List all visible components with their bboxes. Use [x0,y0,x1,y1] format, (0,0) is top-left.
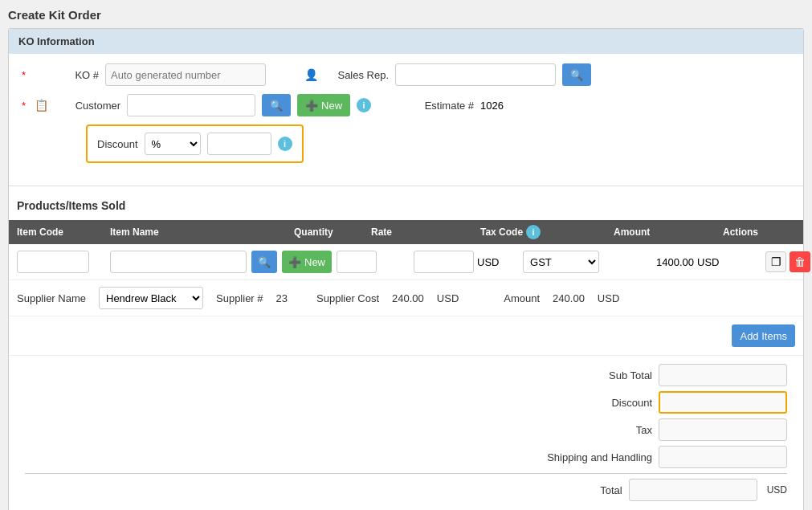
ko-info-section-header: KO Information [9,29,803,54]
supplier-number-value: 23 [276,292,288,304]
shipping-input[interactable]: 0.00 [659,446,787,468]
totals-divider [25,473,787,474]
discount-total-row: Discount 175.00 [25,391,787,414]
section-divider [9,186,803,186]
supplier-name-label: Supplier Name [17,292,86,304]
customer-input[interactable]: Angelina Jose [127,94,255,116]
item-code-cell: 3214 [17,251,105,273]
tax-code-select[interactable]: GST [523,251,599,273]
subtotal-label: Sub Total [524,369,652,381]
supplier-amount-currency: USD [598,292,619,304]
discount-value-input[interactable]: 12.50 [207,133,271,155]
discount-label: Discount [97,138,138,150]
estimate-label: Estimate # [410,100,474,112]
customer-new-button[interactable]: ➕ New [297,94,350,116]
main-card: KO Information * KO # 👤 Sales Rep. Jessi… [8,28,804,510]
amount-cell: 1400.00 USD [656,256,761,268]
supplier-amount-label: Amount [504,292,540,304]
quantity-cell: 1 [337,251,409,273]
subtotal-input[interactable]: 1400.00 [659,364,787,386]
customer-required-marker: * [22,100,26,112]
add-items-button[interactable]: Add Items [732,324,795,347]
sales-rep-icon: 👤 [304,68,318,81]
rate-cell: 1400.00 USD [414,251,518,273]
customer-search-button[interactable]: 🔍 [262,94,291,116]
item-new-label: New [304,256,325,268]
item-name-cell: HCL Computer 🔍 ➕ New [110,251,332,273]
customer-estimate-row: * 📋 Customer Angelina Jose 🔍 ➕ New i Est… [22,94,790,116]
supplier-row: Supplier Name Hendrew Black Supplier # 2… [9,280,803,316]
actions-cell: ❐ 🗑 [765,251,812,272]
total-label: Total [494,484,622,496]
delete-icon[interactable]: 🗑 [790,251,810,272]
amount-currency: USD [697,256,719,268]
ko-info-body: * KO # 👤 Sales Rep. Jessica Gayle 🔍 * 📋 … [9,54,803,181]
discount-total-input[interactable]: 175.00 [659,391,787,414]
col-item-code: Item Code [17,226,105,238]
table-row: 3214 HCL Computer 🔍 ➕ New 1 1400.00 USD [9,244,803,280]
customer-info-icon[interactable]: i [357,98,371,112]
search-icon: 🔍 [270,100,283,112]
sales-rep-label: Sales Rep. [324,69,389,81]
estimate-value: 1026 [480,100,504,112]
total-row: Total 1310.75 USD [25,479,787,501]
tax-code-cell: GST [523,251,651,273]
supplier-cost-label: Supplier Cost [316,292,379,304]
ko-salesrep-row: * KO # 👤 Sales Rep. Jessica Gayle 🔍 [22,63,790,86]
subtotal-row: Sub Total 1400.00 [25,364,787,386]
products-section: Products/Items Sold Item Code Item Name … [9,196,803,510]
sales-rep-section: 👤 Sales Rep. Jessica Gayle 🔍 [304,63,591,86]
supplier-cost-currency: USD [437,292,459,304]
add-items-row: Add Items [9,316,803,356]
item-new-button[interactable]: ➕ New [282,251,332,273]
customer-icon: 📋 [35,99,48,112]
discount-box: Discount % $ 12.50 i [86,124,304,163]
discount-type-select[interactable]: % $ [145,133,201,155]
item-search-button[interactable]: 🔍 [251,251,277,273]
col-actions: Actions [723,226,795,238]
ko-label: KO # [35,69,99,81]
item-name-input[interactable]: HCL Computer [110,251,247,273]
supplier-cost-value: 240.00 [392,292,424,304]
total-input[interactable]: 1310.75 [629,479,757,501]
estimate-section: Estimate # 1026 [410,100,504,112]
search-icon: 🔍 [570,69,583,81]
tax-input[interactable]: 85.75 [659,418,787,441]
supplier-number-label: Supplier # [216,292,263,304]
tax-row: Tax 85.75 [25,418,787,441]
totals-section: Sub Total 1400.00 Discount 175.00 Tax 85… [9,356,803,510]
col-tax-code: Tax Code i [480,225,609,239]
ko-number-input[interactable] [105,63,266,86]
tax-code-info-icon[interactable]: i [526,225,541,239]
copy-icon[interactable]: ❐ [765,251,786,272]
rate-currency: USD [477,256,499,268]
plus-icon: ➕ [305,100,318,112]
quantity-input[interactable]: 1 [337,251,377,273]
sales-rep-search-button[interactable]: 🔍 [562,63,591,86]
customer-label: Customer [56,100,120,112]
col-rate: Rate [371,226,475,238]
tax-label: Tax [524,424,652,436]
products-table-header: Item Code Item Name Quantity Rate Tax Co… [9,220,803,244]
ko-required-marker: * [22,69,26,81]
discount-info-icon[interactable]: i [278,137,292,151]
supplier-name-select[interactable]: Hendrew Black [99,287,203,309]
col-amount: Amount [614,226,718,238]
total-currency: USD [767,484,787,496]
search-icon: 🔍 [258,256,271,268]
discount-row: Discount % $ 12.50 i [22,124,790,163]
page-title: Create Kit Order [8,8,804,22]
sales-rep-input[interactable]: Jessica Gayle [395,63,556,86]
shipping-row: Shipping and Handling 0.00 [25,446,787,468]
amount-value: 1400.00 [656,256,694,268]
plus-icon: ➕ [288,256,301,268]
col-item-name: Item Name [110,226,289,238]
customer-new-label: New [321,100,342,112]
add-items-label: Add Items [740,330,787,342]
item-code-input[interactable]: 3214 [17,251,89,273]
col-quantity: Quantity [294,226,366,238]
discount-total-label: Discount [524,397,652,409]
products-title: Products/Items Sold [9,196,803,215]
supplier-amount-value: 240.00 [553,292,585,304]
rate-input[interactable]: 1400.00 [414,251,474,273]
